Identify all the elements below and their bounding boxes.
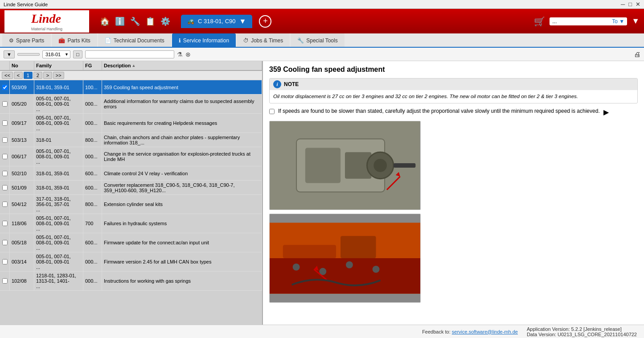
row-checkbox-cell[interactable] [0,133,10,147]
jobs-times-icon: ⏱ [243,37,249,44]
tools-button[interactable]: 🔧 [128,15,142,28]
active-vehicle-tab[interactable]: 🚜 C 318-01, C90 ▼ [181,15,252,28]
machine-image [269,121,421,210]
row-description: Basic requirements for creating Helpdesk… [102,114,262,132]
page-prev-button[interactable]: < [14,72,23,79]
table-row[interactable]: 005/18 005-01, 007-01, 008-01, 009-01 ..… [0,233,262,252]
table-row[interactable]: 005/20 005-01, 007-01, 008-01, 009-01 ..… [0,95,262,114]
row-checkbox-cell[interactable] [0,80,10,94]
table-row[interactable]: 503/13 318-01 800... Chain, chain anchor… [0,133,262,147]
table-row[interactable]: 118/06 005-01, 007-01, 008-01, 009-01 ..… [0,214,262,233]
table-row[interactable]: 006/17 005-01, 007-01, 008-01, 009-01 ..… [0,147,262,166]
select-all-button[interactable] [17,53,40,56]
table-row[interactable]: 501/09 318-01, 359-01 600... Converter r… [0,181,262,195]
row-checkbox[interactable] [2,185,8,190]
window-controls: ─ □ ✕ [621,1,640,8]
row-checkbox[interactable] [2,278,8,284]
table-search-input[interactable] [85,50,174,58]
app-header: Linde Material Handling 🏠 ℹ️ 🔧 📋 ⚙️ 🚜 C … [0,9,644,33]
row-description: Additional information for warranty clai… [102,95,262,113]
row-checkbox-cell[interactable] [0,181,10,194]
row-family: 318-01, 359-01 [34,80,83,94]
documents-button[interactable]: 📋 [144,15,157,28]
row-checkbox-cell[interactable] [0,147,10,166]
row-description: Chain, chain anchors and chain anchor pl… [102,133,262,147]
table-row[interactable]: 503/09 318-01, 359-01 100... 359 Cooling… [0,80,262,95]
row-checkbox-cell[interactable] [0,233,10,252]
table-row[interactable]: 504/12 317-01, 318-01, 356-01, 357-01 ..… [0,195,262,214]
feedback-email[interactable]: service.software@linde-mh.de [452,329,518,334]
row-checkbox[interactable] [2,171,8,176]
search-to-dropdown[interactable]: To ▼ [612,18,624,25]
row-checkbox-cell[interactable] [0,166,10,180]
table-body: 503/09 318-01, 359-01 100... 359 Cooling… [0,80,262,325]
info-button[interactable]: ℹ️ [113,15,127,28]
table-row[interactable]: 102/08 1218-01, 1283-01, 1313-01, 1401- … [0,272,262,291]
clear-selection-button[interactable]: □ [73,50,82,58]
row-family: 318-01, 359-01 [34,166,83,180]
tab-parts-kits[interactable]: 🧰 Parts Kits [52,33,97,47]
minimize-button[interactable]: ─ [621,1,625,8]
bullet-item: If speeds are found to be slower than st… [269,108,638,116]
note-info-icon: i [273,80,281,88]
home-button[interactable]: 🏠 [98,15,111,28]
page-first-button[interactable]: << [2,72,13,79]
row-no: 006/17 [10,147,34,166]
tab-spare-parts[interactable]: ⚙ Spare Parts [2,33,51,47]
toggle-filter-button[interactable]: ▼ [4,50,15,58]
special-tools-icon: 🔧 [297,37,304,44]
global-search-input[interactable] [552,18,610,25]
header-right-tools: 🛒 To ▼ ▼ [534,16,640,27]
row-fg: 000... [83,95,102,113]
tab-technical-documents[interactable]: 📄 Technical Documents [98,33,171,47]
th-description: Description ▲ [102,61,262,70]
parts-kits-icon: 🧰 [58,37,65,44]
page-last-button[interactable]: >> [53,72,64,79]
cart-icon[interactable]: 🛒 [534,16,545,27]
row-checkbox[interactable] [2,202,8,207]
row-family: 317-01, 318-01, 356-01, 357-01 ... [34,195,83,214]
row-description: Instructions for working with gas spring… [102,272,262,290]
table-row[interactable]: 502/10 318-01, 359-01 600... Climate con… [0,166,262,181]
row-checkbox[interactable] [2,154,8,159]
row-checkbox[interactable] [2,137,8,143]
row-checkbox[interactable] [2,85,8,90]
bullet-text: If speeds are found to be slower than st… [278,108,600,114]
sort-arrow-description[interactable]: ▲ [132,63,136,68]
row-checkbox-cell[interactable] [0,272,10,290]
bullet-checkbox[interactable] [269,109,275,114]
row-checkbox-cell[interactable] [0,195,10,214]
th-family: Family [34,61,83,70]
global-filter-icon[interactable]: ▼ [632,16,640,26]
page-1-button[interactable]: 1 [24,72,33,79]
row-checkbox[interactable] [2,120,8,126]
tab-jobs-times[interactable]: ⏱ Jobs & Times [237,33,290,47]
table-row[interactable]: 003/14 005-01, 007-01, 008-01, 009-01 ..… [0,252,262,272]
close-button[interactable]: ✕ [636,1,640,8]
row-checkbox-cell[interactable] [0,214,10,233]
print-button[interactable]: 🖨 [634,50,640,58]
maximize-button[interactable]: □ [628,1,632,8]
page-2-button[interactable]: 2 [33,72,42,79]
row-checkbox-cell[interactable] [0,95,10,113]
row-checkbox-cell[interactable] [0,252,10,271]
row-checkbox[interactable] [2,259,8,264]
row-family: 1218-01, 1283-01, 1313-01, 1401- ... [34,272,83,290]
row-checkbox[interactable] [2,101,8,107]
row-checkbox[interactable] [2,221,8,226]
row-checkbox[interactable] [2,240,8,245]
row-description: Firmware version 2.45 for all LMH CAN bo… [102,252,262,271]
filter-clear-icon[interactable]: ⊗ [185,51,191,58]
page-next-button[interactable]: > [43,72,52,79]
feedback-label: Feedback to: [422,329,451,334]
main-toolbar: 🏠 ℹ️ 🔧 📋 ⚙️ [98,15,172,28]
settings-button[interactable]: ⚙️ [159,15,172,28]
add-vehicle-button[interactable]: + [259,15,271,28]
tab-dropdown-arrow[interactable]: ▼ [239,17,246,25]
row-fg: 100... [83,80,102,94]
row-checkbox-cell[interactable] [0,114,10,132]
series-dropdown[interactable]: 318-01 359-01 [42,50,70,58]
table-row[interactable]: 009/17 005-01, 007-01, 008-01, 009-01 ..… [0,114,262,133]
tab-special-tools[interactable]: 🔧 Special Tools [291,33,345,47]
tab-service-information[interactable]: ℹ Service Information [172,33,236,47]
